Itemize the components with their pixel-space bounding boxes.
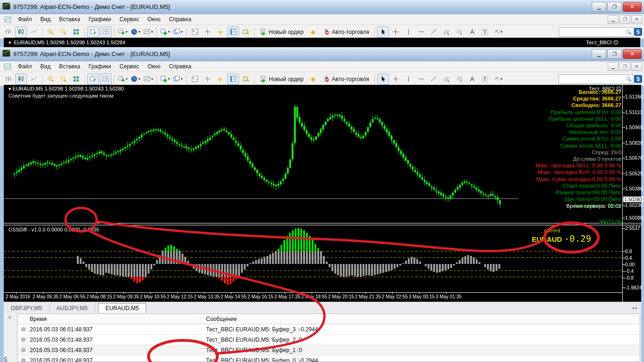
menu-item[interactable]: Вставка (55, 62, 84, 71)
strategy-tester-icon[interactable] (240, 74, 252, 85)
close-button[interactable]: ✕ (623, 49, 642, 59)
autotrading-button[interactable]: Авто-торговля (320, 74, 372, 85)
arrows-tool-icon[interactable]: ▾ (492, 74, 504, 85)
child-minimize-button[interactable]: ▁ (608, 62, 619, 71)
strategy-tester-icon[interactable] (240, 26, 252, 38)
dropdown-caret-icon[interactable]: ▾ (138, 77, 140, 81)
symbol-dropdown-icon[interactable]: ▾ (8, 40, 11, 46)
dropdown-caret-icon[interactable]: ▾ (501, 77, 503, 81)
terminal-panel-icon[interactable] (227, 74, 239, 85)
journal-row[interactable]: 2016.05.03 06:01:48.937Тест_BBCI EURAUD,… (17, 345, 640, 355)
minimize-button[interactable]: ▁ (592, 49, 606, 59)
dropdown-caret-icon[interactable]: ▾ (168, 30, 170, 34)
crosshair-tool-icon[interactable] (390, 74, 402, 85)
chart-shift-icon[interactable] (100, 74, 112, 85)
fibonacci-tool-icon[interactable]: F (454, 26, 465, 38)
search-input[interactable] (559, 74, 634, 84)
chart-area[interactable]: ▾ EURAUD,M5 1.50298 1.50298 1.50243 1.50… (4, 85, 641, 302)
chart-candles-icon[interactable] (15, 26, 27, 38)
journal-row[interactable]: 2016.05.03 06:01:48.937Тест_BBCI EURAUD,… (17, 355, 640, 362)
data-window-icon[interactable] (189, 74, 201, 85)
close-button[interactable]: ✕ (623, 2, 642, 12)
horizontal-line-tool-icon[interactable] (415, 74, 427, 85)
horizontal-line-tool-icon[interactable] (415, 26, 427, 38)
trendline-tool-icon[interactable] (428, 26, 440, 38)
chart-shift-icon[interactable] (100, 26, 112, 38)
templates-icon[interactable]: ▾ (142, 74, 154, 85)
indicators-icon[interactable]: ▾ (117, 26, 129, 38)
chart-line-icon[interactable] (28, 26, 40, 38)
child-restore-button[interactable]: ❐ (619, 15, 630, 24)
chart-bars-icon[interactable] (2, 26, 14, 38)
chart-tab[interactable]: GBPJPY,M5 (4, 304, 50, 313)
menu-item[interactable]: Вид (36, 62, 55, 71)
menu-item[interactable]: Графики (84, 15, 116, 24)
autotrading-button[interactable]: Авто-торговля (320, 26, 372, 38)
menu-item[interactable]: Файл (14, 62, 36, 71)
titlebar[interactable]: 9757299: Alpari-ECN-Demo - Демо Счет - [… (0, 47, 644, 61)
maximize-button[interactable]: ❐ (607, 49, 622, 59)
titlebar[interactable]: 9757299: Alpari-ECN-Demo - Демо Счет - [… (0, 0, 644, 14)
new-chart-icon[interactable]: ▾ (159, 26, 171, 38)
profiles-icon[interactable]: ▾ (172, 26, 184, 38)
chart-tab[interactable]: EURAUD,M5 (98, 303, 147, 313)
zoom-in-icon[interactable] (45, 26, 57, 38)
fibonacci-tool-icon[interactable]: F (454, 74, 465, 85)
menu-item[interactable]: Вставка (55, 15, 84, 24)
terminal-panel-icon[interactable] (227, 26, 239, 38)
column-time[interactable]: Время (17, 316, 200, 322)
dropdown-caret-icon[interactable]: ▾ (151, 30, 153, 34)
equidistant-channel-tool-icon[interactable]: E (441, 26, 453, 38)
dropdown-caret-icon[interactable]: ▾ (125, 77, 127, 81)
dropdown-caret-icon[interactable]: ▾ (168, 77, 170, 81)
dropdown-caret-icon[interactable]: ▾ (125, 30, 127, 34)
tile-windows-icon[interactable] (70, 26, 82, 38)
dropdown-caret-icon[interactable]: ▾ (138, 30, 140, 34)
chart-symbol-line[interactable]: ▾ EURAUD,M5 1.50298 1.50298 1.50243 1.50… (8, 86, 124, 92)
journal-row[interactable]: 2016.05.03 06:01:48.937Тест_BBCI EURAUD,… (17, 324, 640, 335)
dropdown-caret-icon[interactable]: ▾ (151, 77, 153, 81)
search-icon[interactable] (626, 76, 632, 82)
indicators-icon[interactable]: ▾ (117, 74, 129, 85)
arrows-tool-icon[interactable]: ▾ (492, 26, 504, 38)
menu-item[interactable]: Справка (165, 62, 196, 71)
ea-smiley-icon[interactable]: ☹ (613, 40, 619, 45)
vertical-line-tool-icon[interactable] (403, 26, 414, 38)
templates-icon[interactable]: ▾ (142, 26, 154, 38)
timeframes-icon[interactable]: ▾ (130, 26, 141, 38)
mql5-community-icon[interactable]: 5 (634, 28, 642, 36)
child-close-button[interactable]: ✕ (631, 15, 642, 24)
metaeditor-icon[interactable]: ◆ (307, 74, 319, 85)
chart-tab[interactable]: AUDJPY,M5 (50, 304, 95, 313)
text-label-tool-icon[interactable]: T (479, 26, 491, 38)
column-message[interactable]: Сообщение (200, 316, 237, 322)
menu-item[interactable]: Файл (14, 15, 36, 24)
zoom-out-icon[interactable] (58, 26, 69, 38)
maximize-button[interactable]: ❐ (607, 2, 622, 12)
profiles-icon[interactable]: ▾ (172, 74, 184, 85)
menu-item[interactable]: Окно (143, 62, 165, 71)
text-label-tool-icon[interactable]: T (479, 74, 491, 85)
minimize-button[interactable]: ▁ (592, 2, 606, 12)
tab-scroll-arrows[interactable]: ◂ ▸ (632, 305, 637, 310)
chart-bars-icon[interactable] (2, 74, 14, 85)
favorites-icon[interactable]: ★ (215, 26, 226, 38)
auto-scroll-icon[interactable] (87, 26, 99, 38)
menu-item[interactable]: Справка (165, 15, 196, 24)
dropdown-caret-icon[interactable]: ▾ (181, 30, 182, 34)
chart-candles-icon[interactable] (15, 74, 27, 85)
text-tool-icon[interactable]: A (466, 74, 478, 85)
equidistant-channel-tool-icon[interactable]: E (441, 74, 453, 85)
terminal-close-icon[interactable]: x (8, 314, 11, 320)
symbol-dropdown-icon[interactable]: ▾ (8, 86, 13, 91)
chart-line-icon[interactable] (28, 74, 40, 85)
mql5-community-icon[interactable]: 5 (634, 75, 642, 83)
vertical-line-tool-icon[interactable] (403, 74, 414, 85)
journal-row[interactable]: 2016.05.03 06:01:48.937Тест_BBCI EURAUD,… (17, 335, 640, 345)
menu-item[interactable]: Сервис (116, 62, 143, 71)
dropdown-caret-icon[interactable]: ▾ (181, 77, 182, 81)
new-order-button[interactable]: Новый ордер (257, 74, 306, 85)
menu-item[interactable]: Графики (84, 62, 116, 71)
child-close-button[interactable]: ✕ (631, 62, 642, 71)
metaeditor-icon[interactable]: ◆ (307, 26, 319, 38)
